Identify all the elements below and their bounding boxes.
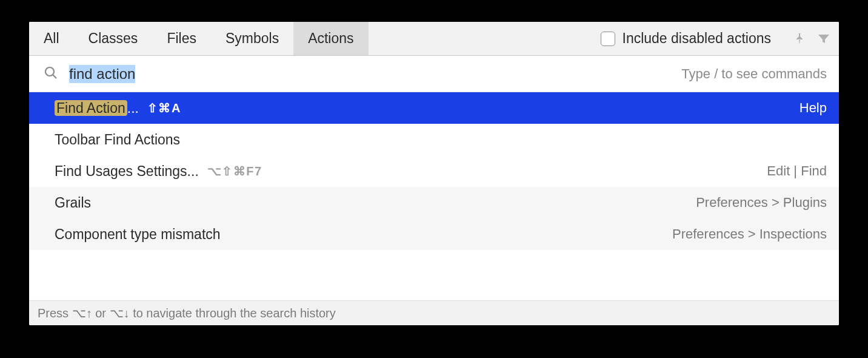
- keyboard-shortcut: ⌥⇧⌘F7: [207, 164, 262, 178]
- result-label: Find Usages Settings...: [55, 163, 199, 180]
- search-query-text: find action: [69, 65, 135, 83]
- result-item[interactable]: Find Action... ⇧⌘A Help: [29, 92, 839, 124]
- search-bar: find action Type / to see commands: [29, 56, 839, 92]
- svg-line-1: [53, 75, 57, 78]
- tab-actions[interactable]: Actions: [293, 22, 368, 55]
- keyboard-shortcut: ⇧⌘A: [147, 101, 181, 115]
- tab-classes[interactable]: Classes: [74, 22, 153, 55]
- tab-all[interactable]: All: [29, 22, 74, 55]
- result-item[interactable]: Find Usages Settings... ⌥⇧⌘F7 Edit | Fin…: [29, 155, 839, 187]
- footer-hint: Press ⌥↑ or ⌥↓ to navigate through the s…: [29, 300, 839, 325]
- search-input[interactable]: find action: [69, 65, 670, 83]
- result-item[interactable]: Component type mismatch Preferences > In…: [29, 218, 839, 250]
- result-label-suffix: ...: [127, 100, 139, 116]
- result-location: Help: [800, 100, 827, 116]
- include-disabled-label: Include disabled actions: [623, 30, 772, 47]
- svg-point-0: [45, 67, 54, 76]
- filter-icon[interactable]: [815, 30, 833, 48]
- tab-files[interactable]: Files: [152, 22, 211, 55]
- result-location: Preferences > Plugins: [696, 195, 827, 211]
- search-icon: [44, 66, 58, 83]
- result-location: Edit | Find: [767, 163, 827, 179]
- pin-icon[interactable]: [790, 30, 809, 48]
- tab-bar: All Classes Files Symbols Actions Includ…: [29, 22, 839, 56]
- result-label: Toolbar Find Actions: [55, 132, 180, 148]
- include-disabled-toggle[interactable]: Include disabled actions: [601, 30, 772, 47]
- match-highlight: Find Action: [55, 100, 127, 116]
- result-item[interactable]: Toolbar Find Actions: [29, 124, 839, 155]
- result-label: Grails: [55, 195, 91, 211]
- checkbox-icon: [601, 32, 615, 46]
- result-label: Component type mismatch: [55, 226, 221, 243]
- result-item[interactable]: Grails Preferences > Plugins: [29, 187, 839, 218]
- search-everywhere-popup: All Classes Files Symbols Actions Includ…: [29, 22, 839, 325]
- tab-symbols[interactable]: Symbols: [211, 22, 293, 55]
- search-hint: Type / to see commands: [681, 66, 827, 82]
- result-location: Preferences > Inspections: [672, 226, 827, 242]
- results-list: Find Action... ⇧⌘A Help Toolbar Find Act…: [29, 92, 839, 300]
